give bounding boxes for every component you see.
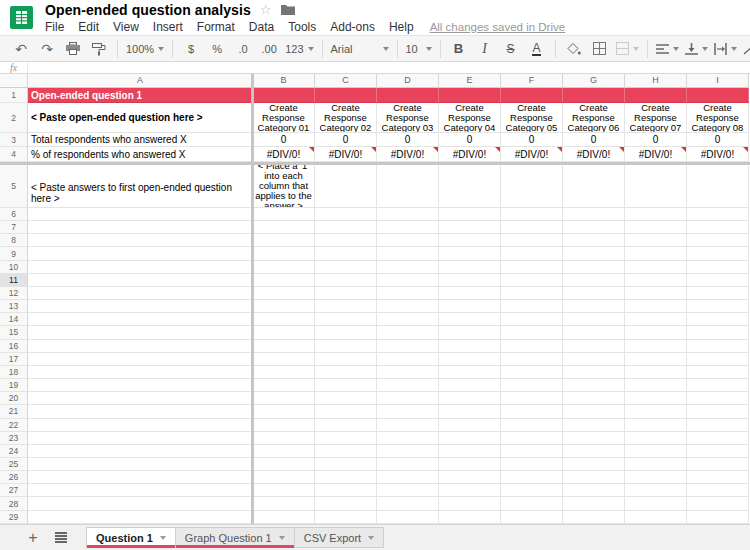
cell-H10[interactable]	[625, 261, 687, 274]
row-header-18[interactable]: 18	[0, 366, 28, 379]
cell-B2[interactable]: Create Response Category 01	[253, 103, 315, 133]
tab-dropdown-icon[interactable]	[279, 536, 285, 540]
cell-G17[interactable]	[563, 353, 625, 366]
cell-D16[interactable]	[377, 340, 439, 353]
cell-G19[interactable]	[563, 379, 625, 392]
tab-csv-export[interactable]: CSV Export	[295, 527, 384, 548]
cell-F13[interactable]	[501, 300, 563, 313]
cell-H21[interactable]	[625, 405, 687, 418]
document-title[interactable]: Open-ended question analysis	[45, 2, 251, 18]
cell-C14[interactable]	[315, 313, 377, 326]
cell-G8[interactable]	[563, 234, 625, 247]
cell-A5[interactable]: < Paste answers to first open-ended ques…	[28, 165, 253, 208]
cell-C19[interactable]	[315, 379, 377, 392]
cell-I14[interactable]	[687, 313, 749, 326]
cell-F18[interactable]	[501, 366, 563, 379]
cell-I11[interactable]	[687, 274, 749, 287]
fill-color-button[interactable]	[561, 39, 587, 59]
menu-edit[interactable]: Edit	[71, 20, 106, 34]
row-header-5[interactable]: 5	[0, 165, 28, 208]
cell-A23[interactable]	[28, 432, 253, 445]
cell-B17[interactable]	[253, 353, 315, 366]
cell-F24[interactable]	[501, 445, 563, 458]
cell-C7[interactable]	[315, 221, 377, 234]
row-header-29[interactable]: 29	[0, 511, 28, 524]
cell-I24[interactable]	[687, 445, 749, 458]
number-format-select[interactable]: 123	[282, 39, 316, 59]
cell-C23[interactable]	[315, 432, 377, 445]
cell-E6[interactable]	[439, 208, 501, 221]
col-header-H[interactable]: H	[625, 74, 687, 88]
cell-A12[interactable]	[28, 287, 253, 300]
cell-I10[interactable]	[687, 261, 749, 274]
cell-A20[interactable]	[28, 392, 253, 405]
cell-G7[interactable]	[563, 221, 625, 234]
cell-C13[interactable]	[315, 300, 377, 313]
row-header-24[interactable]: 24	[0, 445, 28, 458]
cell-F29[interactable]	[501, 511, 563, 524]
cell-D19[interactable]	[377, 379, 439, 392]
cell-I22[interactable]	[687, 419, 749, 432]
cell-C26[interactable]	[315, 471, 377, 484]
text-color-button[interactable]: A	[524, 39, 550, 59]
cell-G25[interactable]	[563, 458, 625, 471]
merge-cells-button[interactable]	[613, 39, 642, 59]
frozen-column-divider[interactable]	[251, 74, 254, 524]
cell-C25[interactable]	[315, 458, 377, 471]
cell-H26[interactable]	[625, 471, 687, 484]
cell-F22[interactable]	[501, 419, 563, 432]
cell-G23[interactable]	[563, 432, 625, 445]
cell-B14[interactable]	[253, 313, 315, 326]
cell-A22[interactable]	[28, 419, 253, 432]
cell-E12[interactable]	[439, 287, 501, 300]
cell-I20[interactable]	[687, 392, 749, 405]
cell-E25[interactable]	[439, 458, 501, 471]
borders-button[interactable]	[587, 39, 613, 59]
cell-G5[interactable]	[563, 165, 625, 208]
col-header-I[interactable]: I	[687, 74, 749, 88]
cell-E4[interactable]: #DIV/0!	[439, 147, 501, 162]
row-header-4[interactable]: 4	[0, 147, 28, 162]
cell-G15[interactable]	[563, 326, 625, 339]
cell-F14[interactable]	[501, 313, 563, 326]
cell-B1[interactable]	[253, 88, 315, 103]
cell-D24[interactable]	[377, 445, 439, 458]
cell-C5[interactable]	[315, 165, 377, 208]
cell-E9[interactable]	[439, 247, 501, 260]
cell-I4[interactable]: #DIV/0!	[687, 147, 749, 162]
cell-E19[interactable]	[439, 379, 501, 392]
cell-A16[interactable]	[28, 340, 253, 353]
cell-H27[interactable]	[625, 484, 687, 497]
cell-D1[interactable]	[377, 88, 439, 103]
row-header-10[interactable]: 10	[0, 261, 28, 274]
cell-F1[interactable]	[501, 88, 563, 103]
cell-D5[interactable]	[377, 165, 439, 208]
cell-B28[interactable]	[253, 497, 315, 510]
cell-B18[interactable]	[253, 366, 315, 379]
cell-F17[interactable]	[501, 353, 563, 366]
cell-D10[interactable]	[377, 261, 439, 274]
cell-D18[interactable]	[377, 366, 439, 379]
cell-F20[interactable]	[501, 392, 563, 405]
cell-B26[interactable]	[253, 471, 315, 484]
cell-D12[interactable]	[377, 287, 439, 300]
cell-D11[interactable]	[377, 274, 439, 287]
star-icon[interactable]: ☆	[260, 2, 272, 17]
menu-tools[interactable]: Tools	[281, 20, 323, 34]
cell-E22[interactable]	[439, 419, 501, 432]
cell-A29[interactable]	[28, 511, 253, 524]
row-header-13[interactable]: 13	[0, 300, 28, 313]
cell-A28[interactable]	[28, 497, 253, 510]
italic-button[interactable]: I	[472, 39, 498, 59]
cell-I12[interactable]	[687, 287, 749, 300]
row-header-1[interactable]: 1	[0, 88, 28, 103]
cell-A2[interactable]: < Paste open-ended question here >	[28, 103, 253, 133]
row-header-27[interactable]: 27	[0, 484, 28, 497]
font-size-select[interactable]: 10	[403, 39, 435, 59]
cell-A7[interactable]	[28, 221, 253, 234]
cell-B29[interactable]	[253, 511, 315, 524]
cell-D6[interactable]	[377, 208, 439, 221]
cell-A15[interactable]	[28, 326, 253, 339]
save-status-link[interactable]: All changes saved in Drive	[430, 21, 566, 33]
cell-I5[interactable]	[687, 165, 749, 208]
